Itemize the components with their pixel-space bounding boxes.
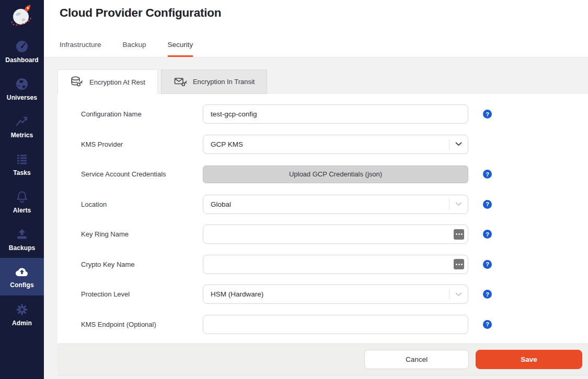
- sidebar-item-label: Admin: [12, 319, 32, 327]
- help-icon[interactable]: ?: [483, 110, 492, 119]
- subtab-label: Encryption In Transit: [193, 78, 255, 86]
- field-label: Key Ring Name: [81, 230, 203, 238]
- save-button[interactable]: Save: [476, 350, 582, 369]
- form-row-kms-endpoint: KMS Endpoint (Optional) ?: [57, 310, 588, 340]
- sidebar-nav: Dashboard Universes Metrics: [0, 32, 44, 333]
- tab-backup[interactable]: Backup: [123, 41, 146, 57]
- mail-key-icon: [174, 75, 187, 89]
- encryption-subtab-bar: Encryption At Rest Encryption In Transit: [57, 57, 588, 94]
- chevron-down-icon: [455, 292, 462, 297]
- form-row-crypto-key-name: Crypto Key Name ?: [57, 250, 588, 280]
- crypto-key-name-input[interactable]: [203, 255, 468, 274]
- upload-gcp-credentials-button[interactable]: Upload GCP Credentials (json): [203, 165, 468, 183]
- crypto-key-picker-button[interactable]: [454, 259, 464, 269]
- sidebar-item-backups[interactable]: Backups: [0, 220, 44, 258]
- field-label: KMS Endpoint (Optional): [81, 321, 203, 328]
- bell-icon: [15, 190, 29, 204]
- sidebar-item-alerts[interactable]: Alerts: [0, 183, 44, 220]
- help-icon[interactable]: ?: [483, 290, 492, 299]
- select-divider: [449, 289, 449, 300]
- backup-upload-icon: [15, 227, 29, 242]
- chart-icon: [15, 114, 29, 129]
- selected-value: Global: [211, 200, 231, 208]
- chevron-down-icon: [455, 202, 462, 206]
- help-icon[interactable]: ?: [483, 320, 492, 329]
- sidebar-item-configs[interactable]: Configs: [0, 258, 44, 295]
- select-divider: [449, 139, 449, 150]
- list-icon: [15, 152, 29, 167]
- page-header: Cloud Provider Configuration Infrastruct…: [44, 0, 588, 57]
- tab-security[interactable]: Security: [168, 41, 193, 57]
- cancel-button[interactable]: Cancel: [364, 350, 469, 369]
- top-tab-bar: Infrastructure Backup Security: [60, 41, 193, 57]
- field-label: Protection Level: [81, 290, 203, 298]
- page-title: Cloud Provider Configuration: [60, 6, 221, 20]
- form-row-configuration-name: Configuration Name ?: [57, 99, 588, 129]
- field-label: Crypto Key Name: [81, 260, 203, 268]
- help-icon[interactable]: ?: [483, 230, 492, 239]
- select-divider: [449, 199, 449, 210]
- field-label: KMS Provider: [81, 140, 203, 148]
- configuration-name-input[interactable]: [203, 104, 468, 124]
- subtab-encryption-at-rest[interactable]: Encryption At Rest: [57, 69, 158, 94]
- sidebar-item-label: Metrics: [11, 132, 33, 139]
- subtab-encryption-in-transit[interactable]: Encryption In Transit: [161, 69, 268, 94]
- sidebar-item-dashboard[interactable]: Dashboard: [0, 32, 44, 70]
- sidebar-item-tasks[interactable]: Tasks: [0, 145, 44, 183]
- help-icon[interactable]: ?: [483, 170, 492, 179]
- gauge-icon: [15, 39, 29, 54]
- selected-value: HSM (Hardware): [211, 290, 263, 298]
- main-area: Cloud Provider Configuration Infrastruct…: [44, 0, 588, 379]
- form-row-service-account-credentials: Service Account Credentials Upload GCP C…: [57, 159, 588, 190]
- sidebar-item-label: Tasks: [13, 169, 31, 176]
- key-ring-picker-button[interactable]: [454, 229, 464, 240]
- field-label: Location: [81, 200, 203, 208]
- globe-icon: [15, 77, 29, 91]
- form-row-protection-level: Protection Level HSM (Hardware) ?: [57, 279, 588, 310]
- encryption-at-rest-form-panel: Configuration Name ? KMS Provider GCP KM…: [57, 94, 588, 344]
- form-footer: Cancel Save: [57, 344, 588, 375]
- protection-level-select[interactable]: HSM (Hardware): [203, 285, 468, 304]
- database-key-icon: [70, 75, 84, 89]
- tab-infrastructure[interactable]: Infrastructure: [60, 41, 101, 57]
- field-label: Service Account Credentials: [81, 170, 203, 178]
- sidebar-item-universes[interactable]: Universes: [0, 70, 44, 108]
- app-logo[interactable]: [0, 0, 44, 30]
- kms-provider-select[interactable]: GCP KMS: [203, 135, 468, 154]
- rocket-planet-logo-icon: [8, 3, 36, 28]
- sidebar-item-label: Configs: [10, 281, 33, 289]
- cloud-upload-icon: [14, 265, 30, 279]
- sidebar-item-label: Universes: [7, 94, 37, 101]
- security-tab-content: Encryption At Rest Encryption In Transit: [44, 57, 588, 378]
- subtab-label: Encryption At Rest: [89, 78, 145, 86]
- sidebar-item-metrics[interactable]: Metrics: [0, 108, 44, 145]
- location-select[interactable]: Global: [203, 195, 468, 214]
- sidebar: Dashboard Universes Metrics: [0, 0, 44, 379]
- selected-value: GCP KMS: [211, 140, 243, 148]
- chevron-down-icon: [455, 142, 462, 146]
- sidebar-item-label: Alerts: [13, 207, 31, 214]
- kms-endpoint-input[interactable]: [203, 315, 468, 334]
- form-row-key-ring-name: Key Ring Name ?: [57, 219, 588, 250]
- field-label: Configuration Name: [81, 110, 203, 118]
- key-ring-name-input[interactable]: [203, 224, 468, 244]
- sidebar-item-label: Backups: [9, 244, 36, 252]
- form-row-location: Location Global ?: [57, 190, 588, 220]
- sidebar-item-admin[interactable]: Admin: [0, 295, 44, 333]
- help-icon[interactable]: ?: [483, 260, 492, 269]
- sidebar-item-label: Dashboard: [5, 56, 39, 64]
- gear-icon: [15, 302, 29, 317]
- help-icon[interactable]: ?: [483, 200, 492, 209]
- form-row-kms-provider: KMS Provider GCP KMS: [57, 129, 588, 160]
